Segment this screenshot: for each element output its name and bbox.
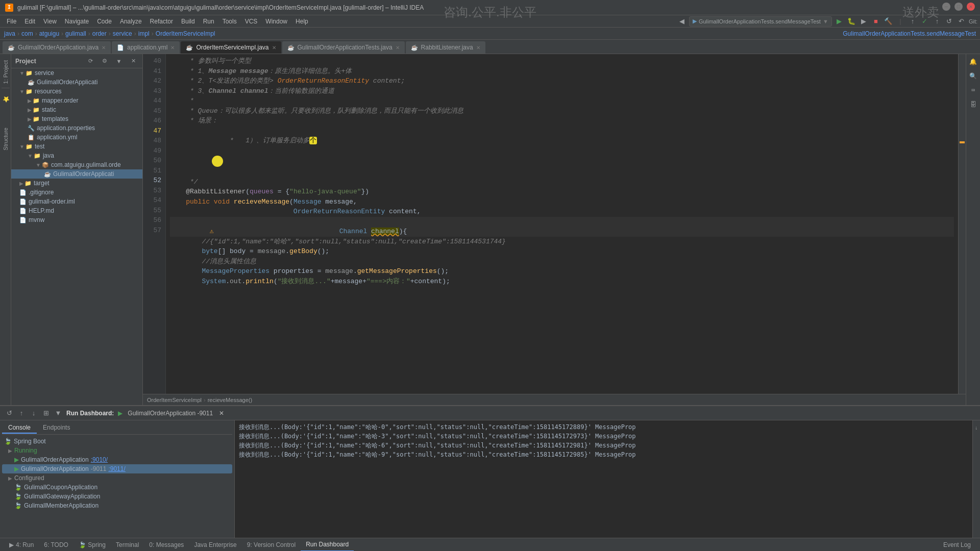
breadcrumb-test-class[interactable]: GulimallOrderApplicationTests.sendMessag…: [843, 30, 976, 37]
tab-console[interactable]: Console: [2, 422, 37, 434]
run-member-app[interactable]: 🍃 GulimallMemberApplication: [2, 501, 232, 510]
tree-static-folder[interactable]: ▶ 📁 static: [11, 105, 142, 114]
run-gateway-app[interactable]: 🍃 GulimallGatewayApplication: [2, 492, 232, 501]
bottom-tab-run-dashboard[interactable]: Run Dashboard: [301, 538, 354, 552]
run-dashboard-rerun[interactable]: ↺: [4, 408, 14, 418]
notification-button[interactable]: 🔔: [968, 56, 979, 67]
structure-toggle[interactable]: Structure: [2, 126, 10, 153]
menu-analyze[interactable]: Analyze: [116, 17, 146, 26]
tree-target-folder[interactable]: ▶ 📁 target: [11, 179, 142, 188]
run-coupon-app[interactable]: 🍃 GulimallCouponApplication: [2, 483, 232, 492]
menu-tools[interactable]: Tools: [218, 17, 241, 26]
breadcrumb-service[interactable]: service: [113, 30, 132, 37]
tree-mapper-order[interactable]: ▶ 📁 mapper.order: [11, 96, 142, 105]
menu-edit[interactable]: Edit: [20, 17, 39, 26]
menu-build[interactable]: Build: [177, 17, 199, 26]
window-controls[interactable]: — □ ✕: [942, 3, 975, 11]
tab-close-2[interactable]: ✕: [272, 45, 276, 51]
run-dashboard-close[interactable]: ✕: [219, 410, 224, 417]
tree-mvnw[interactable]: 📄 mvnw: [11, 215, 142, 224]
tree-templates-folder[interactable]: ▶ 📁 templates: [11, 114, 142, 123]
tab-rabbit-listener[interactable]: ☕ RabbitListener.java ✕: [406, 41, 485, 54]
vcs-commit[interactable]: ✓: [920, 16, 930, 27]
tree-gitignore[interactable]: 📄 .gitignore: [11, 188, 142, 197]
tree-gulimall-order-iml[interactable]: 📄 gulimall-order.iml: [11, 197, 142, 206]
breadcrumb-atguigu[interactable]: atguigu: [39, 30, 59, 37]
minimize-button[interactable]: —: [942, 3, 950, 11]
tree-app-yml[interactable]: 📋 application.yml: [11, 133, 142, 142]
menu-vcs[interactable]: VCS: [241, 17, 262, 26]
sidebar-close[interactable]: ✕: [128, 56, 138, 66]
bottom-tab-run[interactable]: ▶ 4: Run: [4, 538, 39, 552]
database-button[interactable]: 🗄: [968, 99, 979, 110]
run-dashboard-down[interactable]: ↓: [29, 408, 39, 418]
breadcrumb-com[interactable]: com: [21, 30, 33, 37]
tab-close-1[interactable]: ✕: [170, 45, 175, 51]
project-toggle[interactable]: 1: Project: [2, 58, 10, 86]
menu-view[interactable]: View: [39, 17, 61, 26]
tree-app-properties[interactable]: 🔧 application.properties: [11, 123, 142, 133]
vcs-revert[interactable]: ↶: [957, 16, 967, 27]
scroll-to-end[interactable]: ↓: [971, 422, 980, 434]
tab-gulimall-order-app[interactable]: ☕ GulimallOrderApplication.java ✕: [3, 41, 111, 54]
breadcrumb-impl[interactable]: impl: [138, 30, 150, 37]
maximize-button[interactable]: □: [954, 3, 963, 11]
close-button[interactable]: ✕: [967, 3, 975, 11]
vcs-history[interactable]: ↺: [944, 16, 954, 27]
bottom-tab-terminal[interactable]: Terminal: [111, 538, 144, 552]
tree-test-folder[interactable]: ▼ 📁 test: [11, 142, 142, 151]
tree-resources-folder[interactable]: ▼ 📁 resources: [11, 87, 142, 96]
tree-com-package[interactable]: ▼ 📦 com.atguigu.gulimall.orde: [11, 160, 142, 169]
app-port-1[interactable]: :9010/: [91, 456, 108, 463]
breadcrumb-order[interactable]: order: [92, 30, 107, 37]
run-configured-section[interactable]: ▶ Configured: [2, 473, 232, 483]
run-button[interactable]: ▶: [834, 16, 844, 27]
menu-run[interactable]: Run: [199, 17, 218, 26]
menu-navigate[interactable]: Navigate: [61, 17, 93, 26]
bottom-tab-todo[interactable]: 6: TODO: [39, 538, 74, 552]
tab-close-3[interactable]: ✕: [396, 45, 400, 51]
tab-order-item-service-impl[interactable]: ☕ OrderItemServiceImpl.java ✕: [181, 41, 281, 54]
build-button[interactable]: 🔨: [883, 16, 893, 27]
stop-button[interactable]: ■: [871, 16, 881, 27]
run-dashboard-up[interactable]: ↑: [16, 408, 27, 418]
bottom-tab-spring[interactable]: 🍃 Spring: [74, 538, 111, 552]
breadcrumb-class[interactable]: OrderItemServiceImpl: [156, 30, 215, 37]
tree-gulimall-order-app-impl[interactable]: ☕ GulimallOrderApplicati: [11, 78, 142, 87]
run-dashboard-filter[interactable]: ▼: [53, 408, 63, 418]
favorites-toggle[interactable]: ⭐: [1, 94, 10, 105]
coverage-button[interactable]: ▶: [859, 16, 869, 27]
tab-gulimall-order-app-tests[interactable]: ☕ GulimallOrderApplicationTests.java ✕: [282, 41, 405, 54]
breadcrumb-gulimall[interactable]: gulimall: [65, 30, 86, 37]
sidebar-sync[interactable]: ⟳: [85, 56, 95, 66]
bottom-tab-messages[interactable]: 0: Messages: [144, 538, 189, 552]
tab-close-0[interactable]: ✕: [102, 45, 106, 51]
debug-button[interactable]: 🐛: [846, 16, 856, 27]
sidebar-settings[interactable]: ⚙: [100, 56, 110, 66]
run-running-section[interactable]: ▶ Running: [2, 446, 232, 455]
menu-code[interactable]: Code: [93, 17, 116, 26]
vcs-update[interactable]: ↑: [908, 16, 918, 27]
run-dashboard-grid[interactable]: ⊞: [41, 408, 51, 418]
bottom-tab-event-log[interactable]: Event Log: [938, 538, 976, 552]
menu-help[interactable]: Help: [291, 17, 312, 26]
menu-file[interactable]: File: [3, 17, 20, 26]
tree-service-folder[interactable]: ▼ 📁 service: [11, 68, 142, 78]
code-text[interactable]: * 参数叫与一个类型 * 1、Message message：原生消息详细信息。…: [166, 54, 958, 394]
run-app-9011[interactable]: ▶ GulimallOrderApplication -9011 :9011/: [2, 464, 232, 473]
back-button[interactable]: ◀: [677, 16, 687, 27]
app-port-2b[interactable]: :9011/: [108, 465, 125, 472]
tree-java-folder[interactable]: ▼ 📁 java: [11, 151, 142, 160]
vcs-push[interactable]: ↑: [932, 16, 942, 27]
tree-help-md[interactable]: 📄 HELP.md: [11, 206, 142, 215]
run-config-selector[interactable]: ▶ GulimallOrderApplicationTests.sendMess…: [689, 16, 832, 27]
bottom-tab-java-enterprise[interactable]: Java Enterprise: [189, 538, 241, 552]
tab-endpoints[interactable]: Endpoints: [37, 422, 76, 434]
sidebar-gear[interactable]: ▼: [114, 56, 124, 66]
menu-window[interactable]: Window: [261, 17, 291, 26]
run-app-9010[interactable]: ▶ GulimallOrderApplication :9010/: [2, 455, 232, 464]
tree-gulimall-order-app-test[interactable]: ☕ GulimallOrderApplicati: [11, 169, 142, 179]
bottom-tab-version-control[interactable]: 9: Version Control: [242, 538, 301, 552]
find-usages-button[interactable]: 🔍: [968, 70, 979, 82]
tab-close-4[interactable]: ✕: [476, 45, 480, 51]
